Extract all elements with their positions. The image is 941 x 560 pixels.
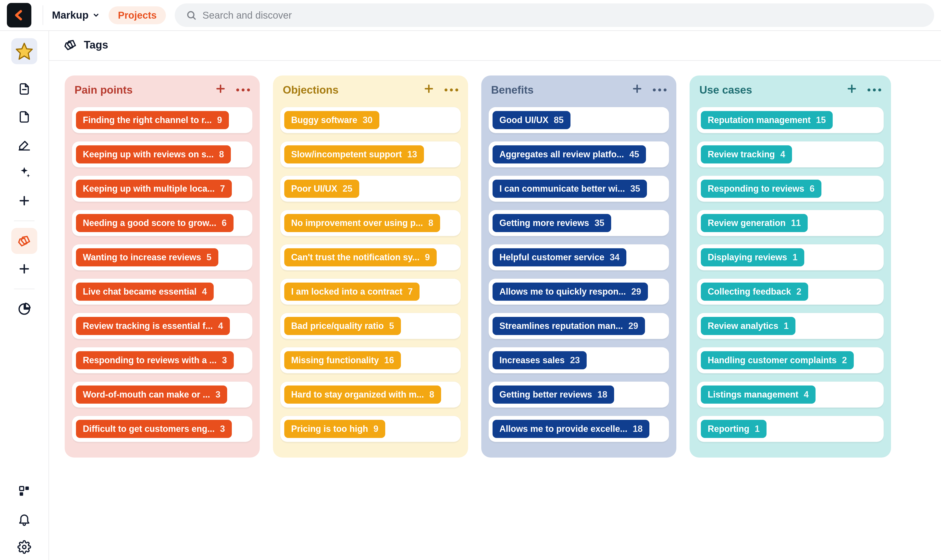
sidebar-item-reports[interactable]	[11, 296, 37, 322]
tag-card[interactable]: Review analytics1	[697, 313, 884, 339]
svg-rect-10	[26, 486, 29, 490]
add-tag-button[interactable]	[631, 83, 643, 97]
tag-pill: No improvement over using p...8	[284, 214, 440, 232]
tag-label: Getting more reviews	[500, 218, 589, 228]
column-menu-button[interactable]	[236, 88, 250, 91]
tag-card[interactable]: Needing a good score to grow...6	[72, 210, 252, 236]
tag-pill: Review tracking is essential f...4	[76, 317, 230, 335]
svg-rect-11	[20, 492, 23, 496]
tag-card[interactable]: Getting better reviews18	[489, 382, 669, 408]
tag-card[interactable]: Keeping up with reviews on s...8	[72, 142, 252, 168]
tag-pill: Review generation11	[701, 214, 808, 232]
tag-card[interactable]: Review generation11	[697, 210, 884, 236]
sidebar-item-notifications[interactable]	[11, 506, 37, 532]
tag-card[interactable]: Missing functionality16	[280, 347, 461, 373]
search-bar[interactable]	[175, 3, 934, 27]
column-actions	[423, 83, 458, 97]
sidebar-item-favorites[interactable]	[11, 38, 37, 64]
topbar: Markup Projects	[0, 0, 941, 31]
sidebar-item-doc-b[interactable]	[11, 104, 37, 130]
tag-card[interactable]: Wanting to increase reviews5	[72, 245, 252, 270]
tag-card[interactable]: Responding to reviews6	[697, 176, 884, 202]
tag-card[interactable]: Getting more reviews35	[489, 210, 669, 236]
tag-pill: Reputation management15	[701, 111, 833, 129]
tag-pill: Pricing is too high9	[284, 420, 385, 438]
tag-card[interactable]: Difficult to get customers eng...3	[72, 416, 252, 442]
tag-card[interactable]: Keeping up with multiple loca...7	[72, 176, 252, 202]
add-tag-button[interactable]	[846, 83, 858, 97]
tag-card[interactable]: No improvement over using p...8	[280, 210, 461, 236]
tag-count: 9	[425, 252, 430, 263]
sidebar-item-apps[interactable]	[11, 478, 37, 504]
tag-card[interactable]: Can't trust the notification sy...9	[280, 245, 461, 270]
column-menu-button[interactable]	[653, 88, 667, 91]
tag-card[interactable]: Aggregates all review platfo...45	[489, 142, 669, 168]
tag-count: 2	[796, 286, 801, 297]
tag-count: 18	[597, 389, 607, 400]
document-icon	[17, 82, 31, 96]
tag-card[interactable]: Review tracking4	[697, 142, 884, 168]
tags-icon	[17, 234, 31, 248]
plus-icon	[17, 262, 31, 276]
tag-count: 11	[791, 218, 801, 228]
plus-icon	[846, 83, 858, 95]
tag-count: 29	[628, 321, 638, 331]
tag-count: 1	[792, 252, 797, 263]
tag-count: 9	[217, 115, 222, 125]
tag-card[interactable]: Finding the right channel to r...9	[72, 107, 252, 133]
tag-card[interactable]: Displaying reviews1	[697, 245, 884, 270]
tag-card[interactable]: Pricing is too high9	[280, 416, 461, 442]
tag-card[interactable]: Hard to stay organized with m...8	[280, 382, 461, 408]
tag-pill: Handling customer complaints2	[701, 351, 854, 369]
tag-card[interactable]: Allows me to quickly respon...29	[489, 278, 669, 305]
sidebar-item-add-b[interactable]	[11, 256, 37, 282]
tag-pill: Helpful customer service34	[492, 248, 626, 266]
tag-card[interactable]: Handling customer complaints2	[697, 347, 884, 373]
svg-line-1	[193, 17, 195, 19]
svg-marker-2	[17, 43, 32, 59]
tag-card[interactable]: Slow/incompetent support13	[280, 142, 461, 168]
tag-card[interactable]: Helpful customer service34	[489, 245, 669, 270]
sidebar-item-add-a[interactable]	[11, 188, 37, 214]
projects-nav[interactable]: Projects	[109, 6, 166, 24]
add-tag-button[interactable]	[423, 83, 435, 97]
tag-label: Listings management	[708, 389, 798, 400]
tag-card[interactable]: Allows me to provide excelle...18	[489, 416, 669, 442]
tag-card[interactable]: Reputation management15	[697, 107, 884, 133]
tag-card[interactable]: Increases sales23	[489, 347, 669, 373]
workspace-switcher[interactable]: Markup	[52, 9, 100, 21]
tag-card[interactable]: Word-of-mouth can make or ...3	[72, 382, 252, 408]
tag-card[interactable]: I can communicate better wi...35	[489, 176, 669, 202]
app-logo[interactable]	[7, 3, 31, 28]
tag-card[interactable]: I am locked into a contract7	[280, 278, 461, 305]
column-menu-button[interactable]	[867, 88, 881, 91]
tag-label: Bad price/quality ratio	[291, 321, 384, 331]
tag-card[interactable]: Good UI/UX85	[489, 107, 669, 133]
tag-label: Reputation management	[708, 115, 810, 125]
sidebar-item-settings[interactable]	[11, 534, 37, 560]
sidebar-item-ai[interactable]	[11, 160, 37, 186]
sidebar-item-highlighter[interactable]	[11, 132, 37, 158]
tag-pill: Responding to reviews with a ...3	[76, 351, 234, 369]
tag-card[interactable]: Buggy software30	[280, 107, 461, 133]
tag-card[interactable]: Listings management4	[697, 382, 884, 408]
sidebar-item-tags[interactable]	[11, 228, 37, 254]
column-use_cases: Use casesReputation management15Review t…	[690, 75, 891, 458]
tag-card[interactable]: Reporting1	[697, 416, 884, 442]
tag-card[interactable]: Poor UI/UX25	[280, 176, 461, 202]
tag-card[interactable]: Bad price/quality ratio5	[280, 313, 461, 339]
tag-card[interactable]: Collecting feedback2	[697, 278, 884, 305]
tag-pill: Review tracking4	[701, 145, 792, 163]
tag-count: 29	[631, 286, 641, 297]
tag-card[interactable]: Responding to reviews with a ...3	[72, 347, 252, 373]
tag-card[interactable]: Live chat became essential4	[72, 278, 252, 305]
tag-card[interactable]: Review tracking is essential f...4	[72, 313, 252, 339]
tag-label: Wanting to increase reviews	[83, 252, 201, 263]
column-menu-button[interactable]	[444, 88, 458, 91]
search-input[interactable]	[202, 10, 923, 21]
tag-card[interactable]: Streamlines reputation man...29	[489, 313, 669, 339]
add-tag-button[interactable]	[215, 83, 226, 97]
sidebar-item-doc-a[interactable]	[11, 76, 37, 102]
logo-chevron-icon	[12, 8, 26, 22]
tag-count: 7	[408, 286, 413, 297]
